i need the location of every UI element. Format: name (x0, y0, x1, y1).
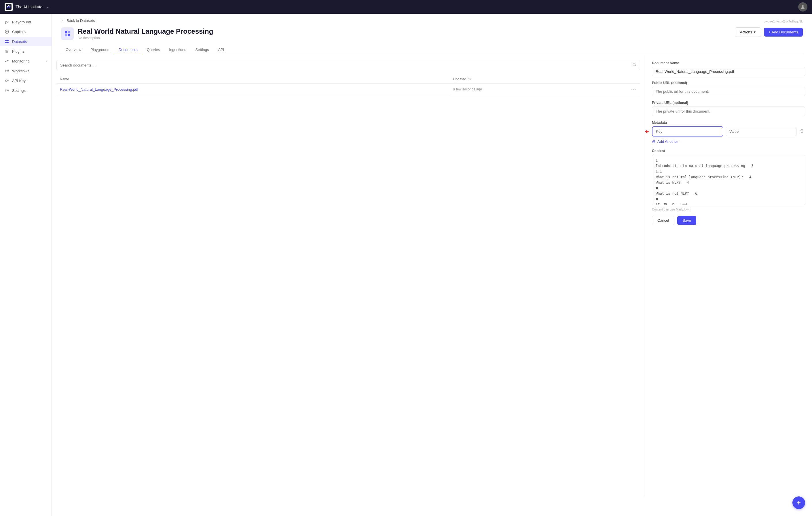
topbar: The AI Institute ⌄ (0, 0, 812, 14)
dataset-header-left: Real World Natural Language Processing N… (61, 27, 213, 40)
content-label: Content (652, 149, 805, 153)
settings-icon (5, 88, 9, 93)
svg-rect-17 (65, 34, 67, 36)
main-layout: ▷ Playground Copilots Datasets Plugins (0, 14, 812, 516)
search-bar[interactable] (56, 60, 640, 70)
back-arrow-icon: ← (61, 19, 65, 23)
monitoring-icon (5, 59, 9, 63)
add-documents-button[interactable]: + Add Documents (764, 28, 803, 36)
sidebar-item-label: API Keys (12, 79, 27, 83)
svg-point-11 (5, 80, 7, 82)
search-input[interactable] (60, 63, 630, 67)
public-url-group: Public URL (optional) (652, 81, 805, 96)
dataset-info: Real World Natural Language Processing N… (78, 27, 213, 40)
private-url-input[interactable] (652, 107, 805, 116)
org-name: The AI Institute (16, 5, 42, 9)
dataset-header-right: Actions ▼ + Add Documents (735, 27, 803, 37)
content-textarea[interactable] (652, 154, 805, 205)
sidebar-item-api-keys[interactable]: API Keys (0, 76, 52, 85)
add-another-button[interactable]: ⊕ Add Another (652, 139, 805, 144)
tab-playground[interactable]: Playground (86, 45, 114, 55)
document-name-input[interactable] (652, 67, 805, 76)
metadata-group: Metadata (652, 121, 805, 144)
sidebar-item-workflows[interactable]: Workflows (0, 66, 52, 76)
sidebar-item-label: Datasets (12, 39, 27, 44)
sidebar-item-label: Settings (12, 88, 26, 93)
content-group: Content Content can use Markdown. (652, 149, 805, 211)
org-chevron-icon[interactable]: ⌄ (46, 5, 49, 9)
save-button[interactable]: Save (677, 216, 696, 225)
copilots-icon (5, 29, 9, 34)
dataset-header: Real World Natural Language Processing N… (61, 25, 803, 45)
metadata-value-input[interactable] (726, 127, 796, 136)
doc-name[interactable]: Real-World_Natural_Language_Processing.p… (60, 87, 138, 92)
sidebar-item-label: Plugins (12, 49, 25, 54)
tab-settings[interactable]: Settings (191, 45, 214, 55)
sidebar-item-playground[interactable]: ▷ Playground (0, 17, 52, 27)
tab-documents[interactable]: Documents (114, 45, 142, 55)
actions-button[interactable]: Actions ▼ (735, 27, 761, 37)
tab-queries[interactable]: Queries (142, 45, 165, 55)
sidebar-item-label: Workflows (12, 69, 29, 73)
table-row[interactable]: Real-World_Natural_Language_Processing.p… (56, 84, 640, 95)
svg-rect-15 (65, 31, 67, 33)
playground-icon: ▷ (5, 20, 9, 24)
content-hint: Content can use Markdown. (652, 208, 805, 211)
public-url-input[interactable] (652, 87, 805, 96)
document-name-label: Document Name (652, 61, 805, 65)
tab-overview[interactable]: Overview (61, 45, 86, 55)
monitoring-arrow-icon: › (46, 60, 47, 63)
svg-rect-6 (5, 42, 7, 43)
sidebar: ▷ Playground Copilots Datasets Plugins (0, 14, 52, 516)
doc-menu-button[interactable]: ··· (631, 87, 637, 92)
private-url-label: Private URL (optional) (652, 101, 805, 105)
content-split: Name Updated ⇅ Real-World_Natural_Langua… (52, 55, 812, 496)
app-logo[interactable] (5, 3, 13, 11)
user-id-text: uwgae1nksux2rbf4uflwqq3k (764, 16, 803, 23)
svg-point-14 (6, 90, 8, 91)
sidebar-item-datasets[interactable]: Datasets (0, 37, 52, 46)
svg-rect-18 (68, 34, 70, 36)
metadata-delete-button[interactable] (799, 128, 805, 135)
public-url-label: Public URL (optional) (652, 81, 805, 85)
metadata-label: Metadata (652, 121, 805, 125)
sort-icon[interactable]: ⇅ (468, 77, 471, 81)
svg-rect-5 (7, 40, 9, 41)
sidebar-item-label: Playground (12, 20, 31, 24)
monitoring-item-left: Monitoring (5, 59, 30, 63)
svg-point-9 (7, 70, 9, 71)
svg-marker-22 (646, 130, 649, 133)
topbar-left: The AI Institute ⌄ (5, 3, 49, 11)
tab-ingestions[interactable]: Ingestions (165, 45, 191, 55)
sidebar-item-settings[interactable]: Settings (0, 86, 52, 95)
svg-point-19 (633, 63, 635, 65)
back-link-text: Back to Datasets (66, 19, 95, 23)
svg-point-1 (802, 5, 804, 7)
doc-updated: a few seconds ago (453, 87, 482, 91)
metadata-row-container (652, 126, 805, 137)
datasets-icon (5, 39, 9, 44)
api-keys-icon (5, 78, 9, 83)
sidebar-item-copilots[interactable]: Copilots (0, 27, 52, 36)
form-actions: Cancel Save (652, 216, 805, 225)
sidebar-item-label: Monitoring (12, 59, 30, 63)
svg-rect-7 (7, 42, 9, 43)
dataset-tabs: Overview Playground Documents Queries In… (61, 45, 803, 55)
fab-button[interactable] (792, 496, 805, 509)
sidebar-item-label: Copilots (12, 30, 26, 34)
metadata-key-input[interactable] (652, 126, 723, 137)
cancel-button[interactable]: Cancel (652, 216, 674, 225)
sidebar-item-plugins[interactable]: Plugins (0, 47, 52, 56)
col-updated: Updated ⇅ (450, 75, 640, 84)
svg-rect-16 (68, 31, 70, 33)
metadata-row (652, 126, 805, 137)
sidebar-item-monitoring[interactable]: Monitoring › (0, 56, 52, 66)
back-to-datasets-link[interactable]: ← Back to Datasets (61, 14, 95, 25)
documents-table: Name Updated ⇅ Real-World_Natural_Langua… (56, 75, 640, 95)
documents-panel: Name Updated ⇅ Real-World_Natural_Langua… (52, 55, 645, 496)
tab-api[interactable]: API (214, 45, 229, 55)
user-avatar[interactable] (798, 2, 807, 11)
workflows-icon (5, 68, 9, 73)
document-name-group: Document Name (652, 61, 805, 76)
svg-point-8 (5, 70, 6, 71)
